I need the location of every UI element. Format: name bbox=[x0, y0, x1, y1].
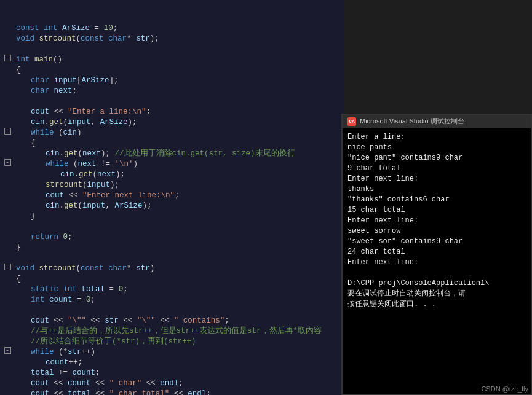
code-line: cout << "\"" << str << "\"" << " contain… bbox=[0, 316, 344, 326]
console-titlebar: CA Microsoft Visual Studio 调试控制台 bbox=[343, 115, 531, 128]
code-line: return 0; bbox=[0, 232, 344, 243]
line-gutter: - bbox=[2, 128, 14, 135]
code-text: while (*str++) bbox=[14, 347, 344, 358]
code-line: cout << "Enter a line:\n"; bbox=[0, 107, 344, 117]
code-line bbox=[0, 44, 344, 55]
code-line: -while (next != '\n') bbox=[0, 159, 344, 170]
console-line: 按任意键关闭此窗口. . . bbox=[347, 299, 526, 310]
code-line: -int main() bbox=[0, 55, 344, 65]
line-gutter bbox=[2, 316, 14, 326]
line-gutter bbox=[2, 222, 14, 232]
code-editor: const int ArSize = 10; void strcount(con… bbox=[0, 0, 344, 395]
line-gutter bbox=[2, 284, 14, 295]
console-line bbox=[347, 268, 526, 278]
code-text bbox=[14, 305, 344, 316]
code-line: -while (cin) bbox=[0, 128, 344, 138]
code-content: const int ArSize = 10; void strcount(con… bbox=[0, 0, 344, 395]
vs-icon: CA bbox=[347, 117, 356, 126]
code-text: count++; bbox=[14, 358, 344, 368]
code-text: cin.get(input, ArSize); bbox=[14, 201, 344, 211]
code-line: { bbox=[0, 65, 344, 76]
code-text: cout << "\"" << str << "\"" << " contain… bbox=[14, 316, 344, 326]
line-gutter bbox=[2, 86, 14, 96]
code-text: int main() bbox=[14, 55, 344, 65]
watermark: CSDN @tzc_fly bbox=[481, 385, 528, 393]
console-line: 要在调试停止时自动关闭控制台，请 bbox=[347, 289, 526, 299]
code-line: char next; bbox=[0, 86, 344, 96]
code-text: char next; bbox=[14, 86, 344, 96]
console-line: "sweet sor" contains9 char bbox=[347, 237, 526, 247]
console-window: CA Microsoft Visual Studio 调试控制台 Enter a… bbox=[341, 114, 532, 395]
console-line: Enter next line: bbox=[347, 257, 526, 268]
code-text: cout << total << " char total" << endl; bbox=[14, 389, 344, 395]
line-gutter bbox=[2, 295, 14, 305]
code-line: char input[ArSize]; bbox=[0, 76, 344, 86]
code-text: while (next != '\n') bbox=[14, 159, 344, 170]
code-line bbox=[0, 222, 344, 232]
code-text: return 0; bbox=[14, 232, 344, 243]
line-gutter: - bbox=[2, 347, 14, 354]
line-gutter bbox=[2, 65, 14, 76]
code-line: cin.get(next); //此处用于消除cin.get(str, size… bbox=[0, 149, 344, 159]
code-line: cout << count << " char" << endl; bbox=[0, 378, 344, 389]
code-text: //与++是后结合的，所以先str++，但是str++表达式的值是str，然后再… bbox=[14, 326, 344, 337]
code-text: void strcount(const char* str); bbox=[14, 34, 344, 44]
line-gutter: - bbox=[2, 55, 14, 61]
code-line: cout << "Enter next line:\n"; bbox=[0, 190, 344, 201]
code-text bbox=[14, 44, 344, 55]
line-gutter bbox=[2, 253, 14, 264]
code-line: cin.get(input, ArSize); bbox=[0, 201, 344, 211]
line-gutter bbox=[2, 76, 14, 86]
collapse-minus[interactable]: - bbox=[4, 347, 11, 354]
line-gutter bbox=[2, 232, 14, 243]
code-text: cin.get(input, ArSize); bbox=[14, 117, 344, 128]
console-line: thanks bbox=[347, 184, 526, 195]
code-text: static int total = 0; bbox=[14, 284, 344, 295]
code-text: const int ArSize = 10; bbox=[14, 23, 344, 34]
code-text bbox=[14, 96, 344, 107]
console-output: Enter a line:nice pants"nice pant" conta… bbox=[343, 128, 531, 394]
code-line: int count = 0; bbox=[0, 295, 344, 305]
collapse-minus[interactable]: - bbox=[4, 264, 11, 270]
code-text: void strcount(const char* str) bbox=[14, 264, 344, 274]
code-line: -while (*str++) bbox=[0, 347, 344, 358]
line-gutter bbox=[2, 138, 14, 149]
code-text: //所以结合细节等价于(*str)，再到(str++) bbox=[14, 337, 344, 347]
console-line: Enter next line: bbox=[347, 216, 526, 226]
line-gutter bbox=[2, 337, 14, 347]
code-line: -void strcount(const char* str) bbox=[0, 264, 344, 274]
collapse-minus[interactable]: - bbox=[4, 55, 11, 61]
console-line: nice pants bbox=[347, 143, 526, 153]
line-gutter bbox=[2, 149, 14, 159]
code-line: void strcount(const char* str); bbox=[0, 34, 344, 44]
code-text: } bbox=[14, 211, 344, 222]
line-gutter bbox=[2, 378, 14, 389]
line-gutter bbox=[2, 305, 14, 316]
console-line: Enter next line: bbox=[347, 174, 526, 184]
code-line: { bbox=[0, 138, 344, 149]
line-gutter: - bbox=[2, 264, 14, 270]
code-text: total += count; bbox=[14, 368, 344, 378]
line-gutter: - bbox=[2, 159, 14, 166]
line-gutter bbox=[2, 180, 14, 190]
code-line: //与++是后结合的，所以先str++，但是str++表达式的值是str，然后再… bbox=[0, 326, 344, 337]
line-gutter bbox=[2, 190, 14, 201]
line-gutter bbox=[2, 368, 14, 378]
code-line: //所以结合细节等价于(*str)，再到(str++) bbox=[0, 337, 344, 347]
collapse-minus[interactable]: - bbox=[4, 128, 11, 135]
code-text: { bbox=[14, 274, 344, 284]
code-text bbox=[14, 253, 344, 264]
code-line: cin.get(input, ArSize); bbox=[0, 117, 344, 128]
line-gutter bbox=[2, 211, 14, 222]
code-line: total += count; bbox=[0, 368, 344, 378]
line-gutter bbox=[2, 243, 14, 253]
code-line: } bbox=[0, 243, 344, 253]
console-line: Enter a line: bbox=[347, 132, 526, 143]
console-line: "nice pant" contains9 char bbox=[347, 153, 526, 163]
collapse-minus[interactable]: - bbox=[4, 159, 11, 166]
code-text: char input[ArSize]; bbox=[14, 76, 344, 86]
console-line: 24 char total bbox=[347, 247, 526, 257]
code-text bbox=[14, 222, 344, 232]
console-line: "thanks" contains6 char bbox=[347, 195, 526, 205]
code-text: { bbox=[14, 138, 344, 149]
